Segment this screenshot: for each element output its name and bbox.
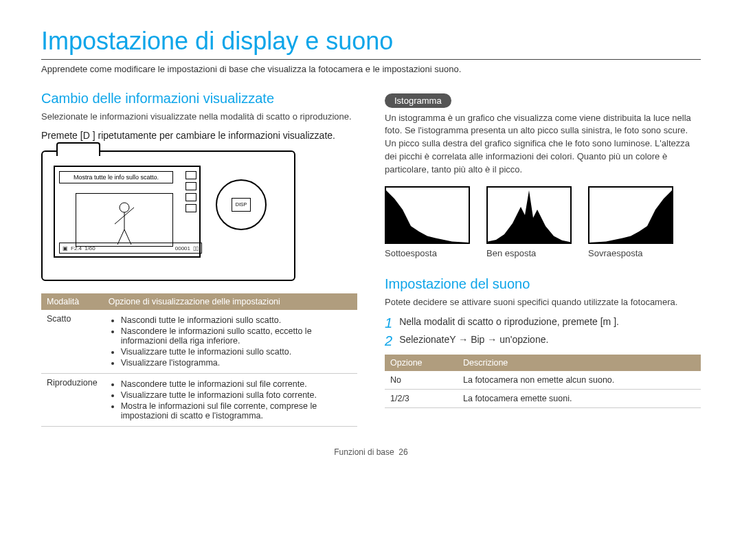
step-2-text: SelezionateY → Bip → un'opzione.: [399, 334, 548, 345]
lcd-side-icons: [186, 171, 196, 212]
step-1-text: Nella modalit di scatto o riproduzione, …: [399, 316, 619, 327]
footer-page-number: 26: [398, 447, 407, 457]
page-title: Impostazione di display e suono: [41, 27, 701, 55]
options-cell: Nascondi tutte le informazioni sullo sca…: [103, 310, 357, 374]
histogram-pill: Istogramma: [385, 93, 451, 108]
lcd-subject-outline: [76, 193, 173, 247]
sound-table: Opzione Descrizione NoLa fotocamera non …: [385, 355, 701, 408]
description-cell: La fotocamera emette suoni.: [458, 389, 701, 407]
step-2: 2 SelezionateY → Bip → un'opzione.: [385, 334, 701, 348]
svg-marker-7: [488, 190, 570, 243]
sound-subtext: Potete decidere se attivare suoni specif…: [385, 296, 701, 309]
section-heading-display: Cambio delle informazioni visualizzate: [41, 91, 357, 107]
histogram-chart: [588, 186, 673, 244]
option-cell: No: [385, 371, 458, 390]
histogram-label: Sottoesposta: [385, 248, 470, 258]
instruction-text: Premete [D ] ripetutamente per cambiare …: [41, 130, 357, 141]
lcd-aperture: F2.4: [71, 245, 82, 251]
modes-table-h1: Modalità: [41, 293, 103, 310]
histogram-chart: [486, 186, 572, 244]
svg-line-2: [115, 216, 124, 224]
page-footer: Funzioni di base 26: [41, 447, 701, 457]
camera-control-dial: DISP: [216, 179, 267, 230]
histogram-chart: [385, 186, 470, 244]
section-subtext: Selezionate le informazioni visualizzate…: [41, 111, 357, 124]
sound-table-h1: Opzione: [385, 355, 458, 371]
list-item: Visualizzare tutte le informazioni sullo…: [121, 347, 352, 357]
options-cell: Nascondere tutte le informazioni sul fil…: [103, 374, 357, 427]
option-cell: 1/2/3: [385, 389, 458, 407]
list-item: Visualizzare l'istogramma.: [121, 358, 352, 368]
svg-marker-8: [589, 190, 672, 243]
divider: [41, 59, 701, 60]
mode-cell: Scatto: [41, 310, 103, 374]
table-row: NoLa fotocamera non emette alcun suono.: [385, 371, 701, 390]
histogram-examples: SottoespostaBen espostaSovraesposta: [385, 186, 701, 258]
histogram-label: Ben esposta: [486, 248, 572, 258]
svg-point-0: [120, 203, 129, 212]
table-row: RiproduzioneNascondere tutte le informaz…: [41, 374, 357, 427]
mode-cell: Riproduzione: [41, 374, 103, 427]
sound-table-h2: Descrizione: [458, 355, 701, 371]
table-row: ScattoNascondi tutte le informazioni sul…: [41, 310, 357, 374]
histogram-item: Ben esposta: [486, 186, 572, 258]
list-item: Nascondi tutte le informazioni sullo sca…: [121, 315, 352, 325]
list-item: Nascondere tutte le informazioni sul fil…: [121, 379, 352, 389]
lcd-icon: ▣: [63, 245, 68, 251]
table-row: 1/2/3La fotocamera emette suoni.: [385, 389, 701, 407]
svg-marker-6: [386, 190, 469, 243]
histogram-item: Sottoesposta: [385, 186, 470, 258]
section-heading-sound: Impostazione del suono: [385, 276, 701, 292]
disp-button-label: DISP: [232, 198, 251, 212]
list-item: Nascondere le informazioni sullo scatto,…: [121, 326, 352, 346]
modes-table: Modalità Opzione di visualizzazione dell…: [41, 293, 357, 427]
intro-text: Apprendete come modificare le impostazio…: [41, 64, 701, 74]
footer-label: Funzioni di base: [334, 447, 394, 457]
histogram-label: Sovraesposta: [588, 248, 673, 258]
camera-lcd: Mostra tutte le info sullo scatto.: [54, 166, 201, 258]
description-cell: La fotocamera non emette alcun suono.: [458, 371, 701, 390]
list-item: Visualizzare tutte le informazioni sulla…: [121, 390, 352, 400]
histogram-description: Un istogramma è un grafico che visualizz…: [385, 112, 701, 177]
lcd-overlay-message: Mostra tutte le info sullo scatto.: [59, 171, 173, 183]
lcd-counter: 00001: [175, 245, 190, 251]
step-1: 1 Nella modalit di scatto o riproduzione…: [385, 316, 701, 330]
modes-table-h2: Opzione di visualizzazione delle imposta…: [103, 293, 357, 310]
histogram-item: Sovraesposta: [588, 186, 673, 258]
camera-diagram: Mostra tutte le info sullo scatto.: [41, 150, 295, 281]
step-number: 1: [385, 316, 392, 330]
step-number: 2: [385, 334, 392, 348]
lcd-status-bar: ▣ F2.4 1/60 00001 ▯▯: [59, 243, 202, 254]
lcd-shutter: 1/60: [85, 245, 95, 251]
list-item: Mostra le informazioni sul file corrente…: [121, 401, 352, 421]
